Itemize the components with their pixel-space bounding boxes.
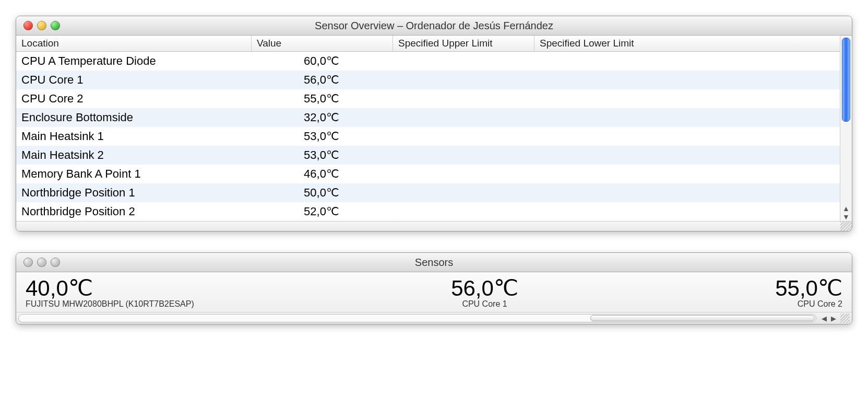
cell-upper [392, 53, 533, 69]
sensor-tile: 55,0℃ CPU Core 2 [775, 277, 842, 309]
zoom-icon[interactable] [51, 258, 60, 267]
col-header-lower[interactable]: Specified Lower Limit [534, 36, 840, 51]
overview-footer [16, 221, 852, 231]
cell-value: 52,0℃ [251, 204, 392, 219]
horizontal-scrollbar[interactable]: ◀ ▶ [16, 312, 852, 324]
sensors-titlebar[interactable]: Sensors [16, 253, 852, 272]
table-row[interactable]: Main Heatsink 153,0℃ [16, 127, 840, 146]
sensor-value: 56,0℃ [451, 277, 518, 299]
cell-value: 55,0℃ [251, 91, 392, 107]
overview-title: Sensor Overview – Ordenador de Jesús Fer… [16, 20, 852, 32]
table-row[interactable]: Enclosure Bottomside32,0℃ [16, 108, 840, 127]
table-row[interactable]: CPU A Temperature Diode60,0℃ [16, 52, 840, 71]
sensor-tile: 40,0℃ FUJITSU MHW2080BHPL (K10RT7B2ESAP) [26, 277, 194, 309]
cell-value: 60,0℃ [251, 53, 392, 69]
cell-lower [533, 110, 840, 125]
table-row[interactable]: Northbridge Position 150,0℃ [16, 183, 840, 202]
col-header-upper[interactable]: Specified Upper Limit [393, 36, 534, 51]
cell-value: 53,0℃ [251, 147, 392, 163]
table-header: Location Value Specified Upper Limit Spe… [16, 36, 840, 52]
cell-lower [533, 147, 840, 163]
cell-location: Northbridge Position 1 [16, 185, 251, 201]
cell-upper [392, 91, 533, 107]
cell-location: Enclosure Bottomside [16, 110, 251, 125]
cell-lower [533, 166, 840, 182]
overview-titlebar[interactable]: Sensor Overview – Ordenador de Jesús Fer… [16, 16, 852, 36]
minimize-icon[interactable] [37, 21, 46, 30]
sensors-title: Sensors [16, 257, 852, 269]
sensor-value: 55,0℃ [775, 277, 842, 299]
scroll-thumb[interactable] [842, 38, 850, 122]
cell-lower [533, 129, 840, 144]
scroll-left-icon[interactable]: ◀ [819, 315, 829, 322]
resize-handle-icon[interactable] [840, 222, 852, 231]
cell-location: CPU Core 2 [16, 91, 251, 107]
col-header-value[interactable]: Value [252, 36, 393, 51]
overview-window: Sensor Overview – Ordenador de Jesús Fer… [16, 16, 852, 231]
zoom-icon[interactable] [51, 21, 60, 30]
table-row[interactable]: Memory Bank A Point 146,0℃ [16, 165, 840, 183]
sensor-label: FUJITSU MHW2080BHPL (K10RT7B2ESAP) [26, 299, 194, 309]
scroll-down-icon[interactable]: ▼ [842, 213, 850, 221]
sensor-label: CPU Core 1 [451, 299, 518, 309]
minimize-icon[interactable] [37, 258, 46, 267]
cell-value: 46,0℃ [251, 166, 392, 182]
table-row[interactable]: CPU Core 255,0℃ [16, 89, 840, 108]
resize-handle-icon[interactable] [840, 314, 850, 323]
cell-location: CPU A Temperature Diode [16, 53, 251, 69]
cell-upper [392, 110, 533, 125]
cell-value: 50,0℃ [251, 185, 392, 201]
cell-location: Memory Bank A Point 1 [16, 166, 251, 182]
sensor-label: CPU Core 2 [775, 299, 842, 309]
col-header-location[interactable]: Location [16, 36, 252, 51]
cell-upper [392, 147, 533, 163]
scroll-up-icon[interactable]: ▲ [842, 204, 850, 213]
cell-lower [533, 185, 840, 201]
cell-location: Main Heatsink 2 [16, 147, 251, 163]
close-icon[interactable] [23, 258, 33, 267]
cell-location: Northbridge Position 2 [16, 204, 251, 219]
scroll-right-icon[interactable]: ▶ [829, 315, 838, 322]
sensors-window: Sensors 40,0℃ FUJITSU MHW2080BHPL (K10RT… [16, 252, 852, 324]
cell-lower [533, 204, 840, 219]
cell-upper [392, 166, 533, 182]
hscroll-track[interactable] [18, 314, 816, 322]
cell-location: CPU Core 1 [16, 72, 251, 88]
vertical-scrollbar[interactable]: ▲ ▼ [840, 36, 852, 221]
cell-upper [392, 72, 533, 88]
cell-value: 53,0℃ [251, 129, 392, 144]
cell-value: 56,0℃ [251, 72, 392, 88]
traffic-lights [16, 21, 60, 30]
traffic-lights [16, 258, 60, 267]
cell-value: 32,0℃ [251, 110, 392, 125]
cell-location: Main Heatsink 1 [16, 129, 251, 144]
table-row[interactable]: CPU Core 156,0℃ [16, 71, 840, 89]
cell-upper [392, 185, 533, 201]
table-row[interactable]: Main Heatsink 253,0℃ [16, 146, 840, 165]
sensors-body: 40,0℃ FUJITSU MHW2080BHPL (K10RT7B2ESAP)… [16, 272, 852, 312]
sensor-table: Location Value Specified Upper Limit Spe… [16, 36, 840, 221]
cell-upper [392, 204, 533, 219]
close-icon[interactable] [23, 21, 33, 30]
cell-lower [533, 72, 840, 88]
hscroll-thumb[interactable] [590, 315, 815, 321]
sensor-tile: 56,0℃ CPU Core 1 [451, 277, 518, 309]
sensor-value: 40,0℃ [26, 277, 194, 299]
cell-upper [392, 129, 533, 144]
table-row[interactable]: Northbridge Position 252,0℃ [16, 202, 840, 221]
cell-lower [533, 91, 840, 107]
cell-lower [533, 53, 840, 69]
